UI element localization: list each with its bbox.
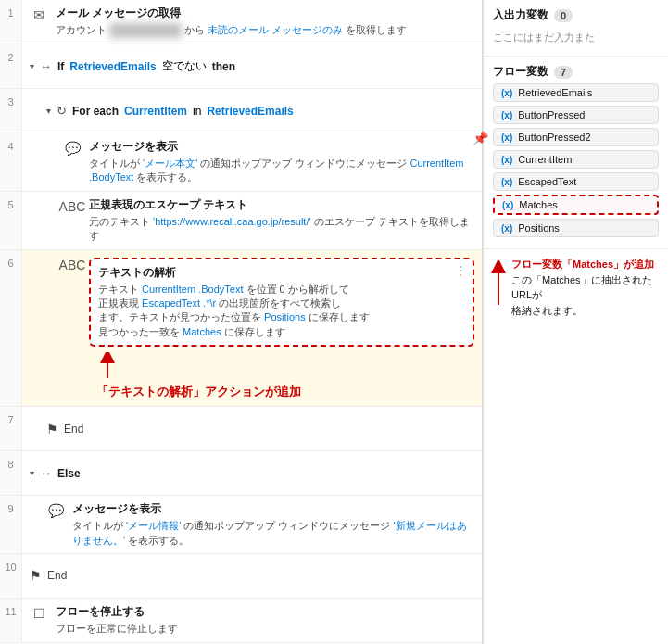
highlighted-step-box[interactable]: テキストの解析テキスト CurrentItem .BodyText を位置 0 … xyxy=(89,258,474,347)
flow-panel: 1✉メール メッセージの取得アカウント ██████████ から 未読のメール… xyxy=(0,0,483,644)
var-name: Matches xyxy=(519,199,558,210)
step-icon-5: ABC xyxy=(63,197,82,216)
flag-icon: ⚑ xyxy=(30,568,42,583)
step-icon-9: 💬 xyxy=(46,501,65,520)
flow-vars-label: フロー変数 xyxy=(493,64,548,80)
row-number-4: 4 xyxy=(0,133,22,191)
var-icon: (x) xyxy=(502,200,513,210)
step-menu-button[interactable]: ⋮ xyxy=(454,263,467,278)
var-item-positions[interactable]: (x)Positions xyxy=(493,219,659,237)
var-item-buttonpressed[interactable]: (x)ButtonPressed xyxy=(493,106,659,124)
step-title-6: テキストの解析 xyxy=(98,265,465,281)
row-content-4: 💬メッセージを表示タイトルが 'メール本文' の通知ポップアップ ウィンドウにメ… xyxy=(22,133,482,191)
end-label-10: ⚑End xyxy=(30,564,474,587)
row-content-5: ABC正規表現のエスケープ テキスト元のテキスト 'https://www.re… xyxy=(22,192,482,249)
var-item-escapedtext[interactable]: (x)EscapedText xyxy=(493,172,659,191)
io-vars-section: 入出力変数 0 ここにはまだ入力また xyxy=(484,0,668,57)
row-number-7: 7 xyxy=(0,407,22,450)
annotation-up-arrow xyxy=(89,352,126,380)
step-icon-11: ☐ xyxy=(30,604,48,623)
var-icon: (x) xyxy=(501,110,512,120)
flow-row-7: 7⚑End xyxy=(0,407,482,451)
annotation-line3: 格納されます。 xyxy=(511,303,662,319)
row-content-8: ▾ ↔ Else xyxy=(22,451,482,495)
flow-row-8: 8 ▾ ↔ Else xyxy=(0,451,482,496)
var-list: (x)RetrievedEmails(x)ButtonPressed(x)But… xyxy=(493,83,659,237)
if-keyword: If xyxy=(57,60,64,73)
chevron-icon: ▾ xyxy=(46,106,51,116)
var-icon: (x) xyxy=(501,223,512,234)
if-header-2[interactable]: ▾ ↔ If RetrievedEmails 空でない then xyxy=(30,55,474,78)
flow-vars-title: フロー変数 7 xyxy=(493,64,659,80)
flow-row-2: 2 ▾ ↔ If RetrievedEmails 空でない then xyxy=(0,44,482,89)
else-header-8[interactable]: ▾ ↔ Else xyxy=(30,462,474,484)
step-desc-9: タイトルが 'メール情報' の通知ポップアップ ウィンドウにメッセージ '新規メ… xyxy=(72,519,474,548)
step-icon-6: ABC xyxy=(63,256,82,274)
then-keyword: then xyxy=(212,60,235,73)
step-title-1: メール メッセージの取得 xyxy=(56,6,474,21)
var-name: EscapedText xyxy=(518,176,576,187)
flow-row-5: 5ABC正規表現のエスケープ テキスト元のテキスト 'https://www.r… xyxy=(0,192,482,250)
row-content-10: ⚑End xyxy=(22,554,482,598)
annotation-text-6: 「テキストの解析」アクションが追加 xyxy=(96,384,474,400)
var-icon: (x) xyxy=(501,133,512,143)
step-title-11: フローを停止する xyxy=(56,604,474,620)
foreach-header-3[interactable]: ▾ ↻ For each CurrentItem in RetrievedEma… xyxy=(30,100,474,121)
loop-icon: ↻ xyxy=(57,104,67,118)
var-item-matches[interactable]: (x)Matches xyxy=(493,195,659,215)
end-text: End xyxy=(64,423,83,436)
annotation-line2: この「Matches」に抽出されたURLが xyxy=(511,272,662,303)
var-name: Positions xyxy=(518,222,560,234)
variables-panel: 入出力変数 0 ここにはまだ入力また 📌 フロー変数 7 (x)Retrieve… xyxy=(483,0,668,644)
row-content-9: 💬メッセージを表示タイトルが 'メール情報' の通知ポップアップ ウィンドウにメ… xyxy=(22,496,482,553)
step-title-5: 正規表現のエスケープ テキスト xyxy=(89,197,474,213)
if-var: RetrievedEmails xyxy=(69,60,156,73)
flow-vars-badge: 7 xyxy=(554,66,573,79)
var-icon: (x) xyxy=(501,155,512,165)
io-vars-label: 入出力変数 xyxy=(493,7,548,23)
flag-icon: ⚑ xyxy=(46,422,58,436)
row-number-11: 11 xyxy=(0,599,22,642)
if-cond: 空でない xyxy=(162,58,207,74)
step-icon-1: ✉ xyxy=(30,6,48,24)
flow-row-9: 9💬メッセージを表示タイトルが 'メール情報' の通知ポップアップ ウィンドウに… xyxy=(0,496,482,554)
step-desc-4: タイトルが 'メール本文' の通知ポップアップ ウィンドウにメッセージ Curr… xyxy=(89,157,474,185)
step-icon-4: 💬 xyxy=(63,139,82,158)
flow-row-10: 10⚑End xyxy=(0,554,482,599)
step-desc-6: テキスト CurrentItem .BodyText を位置 0 から解析して正… xyxy=(98,283,465,340)
io-vars-title: 入出力変数 0 xyxy=(493,7,659,23)
row-number-1: 1 xyxy=(0,0,22,44)
else-keyword: Else xyxy=(57,467,81,480)
row-content-6: ABCテキストの解析テキスト CurrentItem .BodyText を位置… xyxy=(22,250,482,407)
var-item-currentitem[interactable]: (x)CurrentItem xyxy=(493,150,659,169)
step-desc-5: 元のテキスト 'https://www.recall.caa.go.jp/res… xyxy=(89,215,474,244)
end-text: End xyxy=(47,569,67,582)
pin-icon: 📌 xyxy=(473,131,488,145)
var-name: CurrentItem xyxy=(518,154,572,165)
in-keyword: in xyxy=(193,105,201,118)
row-number-10: 10 xyxy=(0,554,22,598)
row-number-5: 5 xyxy=(0,192,22,249)
step-desc-1: アカウント ██████████ から 未読のメール メッセージのみ を取得しま… xyxy=(56,23,474,37)
io-vars-badge: 0 xyxy=(554,9,573,22)
io-vars-empty: ここにはまだ入力また xyxy=(493,27,659,48)
var-name: ButtonPressed2 xyxy=(518,132,590,143)
row-content-1: ✉メール メッセージの取得アカウント ██████████ から 未読のメール … xyxy=(22,0,482,44)
annotation-arrow-icon xyxy=(489,260,508,307)
flow-row-4: 4💬メッセージを表示タイトルが 'メール本文' の通知ポップアップ ウィンドウに… xyxy=(0,133,482,192)
var-item-buttonpressed2[interactable]: (x)ButtonPressed2 xyxy=(493,128,659,146)
row-content-2: ▾ ↔ If RetrievedEmails 空でない then xyxy=(22,44,482,88)
branch-icon: ↔ xyxy=(40,466,52,480)
flow-row-1: 1✉メール メッセージの取得アカウント ██████████ から 未読のメール… xyxy=(0,0,482,44)
var-item-retrievedemails[interactable]: (x)RetrievedEmails xyxy=(493,83,659,102)
foreach-collection: RetrievedEmails xyxy=(207,105,293,118)
row-number-3: 3 xyxy=(0,89,22,133)
row-content-7: ⚑End xyxy=(22,407,482,450)
annotation-bottom: フロー変数「Matches」が追加 この「Matches」に抽出されたURLが … xyxy=(484,257,668,318)
row-number-2: 2 xyxy=(0,44,22,88)
step-title-4: メッセージを表示 xyxy=(89,139,474,155)
var-name: RetrievedEmails xyxy=(518,87,592,98)
row-content-11: ☐フローを停止するフローを正常に停止します xyxy=(22,599,482,642)
row-number-8: 8 xyxy=(0,451,22,495)
foreach-var: CurrentItem xyxy=(124,105,187,118)
